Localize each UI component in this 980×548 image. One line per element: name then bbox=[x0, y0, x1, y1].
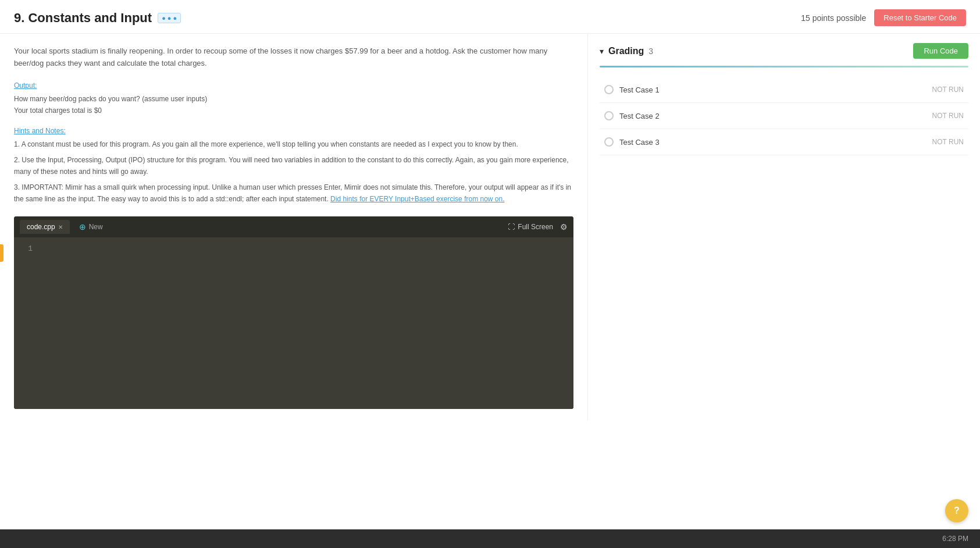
chevron-down-icon[interactable]: ▾ bbox=[600, 47, 604, 56]
help-button[interactable]: ? bbox=[945, 499, 968, 522]
test-case-2-status: NOT RUN bbox=[932, 112, 964, 120]
test-case-2-left: Test Case 2 bbox=[604, 111, 660, 120]
reset-starter-code-button[interactable]: Reset to Starter Code bbox=[874, 9, 966, 26]
output-line-1: How many beer/dog packs do you want? (as… bbox=[14, 93, 573, 105]
test-case-3-left: Test Case 3 bbox=[604, 137, 660, 147]
right-panel: ▾ Grading 3 Run Code Test Case 1 NOT RUN bbox=[587, 34, 980, 421]
test-case-3-icon bbox=[604, 137, 614, 147]
line-numbers: 1 bbox=[14, 237, 37, 409]
page-header: 9. Constants and Input ● ● ● 15 points p… bbox=[0, 0, 980, 34]
editor-body: 1 bbox=[14, 237, 573, 409]
test-case-3-status: NOT RUN bbox=[932, 138, 964, 146]
hint-link[interactable]: Did hints for EVERY Input+Based exercise… bbox=[330, 195, 504, 203]
page-container: 9. Constants and Input ● ● ● 15 points p… bbox=[0, 0, 980, 548]
hint-1: 1. A constant must be used for this prog… bbox=[14, 138, 573, 150]
line-number-1: 1 bbox=[20, 243, 33, 255]
fullscreen-button[interactable]: ⛶ Full Screen bbox=[508, 223, 553, 231]
main-content: Your local sports stadium is finally reo… bbox=[0, 34, 980, 421]
tab-new[interactable]: ⊕ New bbox=[72, 219, 110, 234]
output-text: How many beer/dog packs do you want? (as… bbox=[14, 93, 573, 117]
tab-plus-icon: ⊕ bbox=[79, 222, 86, 232]
tabs-left: code.cpp ✕ ⊕ New bbox=[20, 219, 110, 234]
test-case-2-label[interactable]: Test Case 2 bbox=[619, 112, 660, 120]
page-title-container: 9. Constants and Input ● ● ● bbox=[14, 10, 181, 26]
run-code-button[interactable]: Run Code bbox=[913, 43, 968, 59]
test-case-1-left: Test Case 1 bbox=[604, 85, 660, 94]
grading-title: Grading bbox=[608, 46, 644, 56]
left-edge-indicator bbox=[0, 244, 3, 262]
test-case-row: Test Case 2 NOT RUN bbox=[600, 103, 968, 129]
settings-button[interactable]: ⚙ bbox=[560, 222, 568, 232]
tab-code-cpp[interactable]: code.cpp ✕ bbox=[20, 220, 70, 234]
header-right: 15 points possible Reset to Starter Code bbox=[801, 9, 966, 26]
code-textarea[interactable] bbox=[37, 237, 573, 409]
editor-container: code.cpp ✕ ⊕ New ⛶ Full Screen bbox=[14, 216, 573, 409]
hints-block: Hints and Notes: 1. A constant must be u… bbox=[14, 127, 573, 205]
output-block: Output: How many beer/dog packs do you w… bbox=[14, 81, 573, 117]
title-badge: ● ● ● bbox=[158, 13, 181, 23]
test-case-row: Test Case 3 NOT RUN bbox=[600, 129, 968, 155]
help-icon: ? bbox=[954, 506, 960, 516]
problem-description: Your local sports stadium is finally reo… bbox=[14, 45, 573, 70]
fullscreen-icon: ⛶ bbox=[508, 223, 515, 231]
bottom-time: 6:28 PM bbox=[942, 535, 968, 543]
left-panel: Your local sports stadium is finally reo… bbox=[0, 34, 587, 421]
hint-2: 2. Use the Input, Processing, Output (IP… bbox=[14, 154, 573, 178]
output-line-2: Your total charges total is $0 bbox=[14, 105, 573, 116]
test-case-3-label[interactable]: Test Case 3 bbox=[619, 138, 660, 147]
tab-close-icon[interactable]: ✕ bbox=[58, 224, 63, 230]
bottom-bar: 6:28 PM bbox=[0, 529, 980, 548]
gear-icon: ⚙ bbox=[560, 222, 568, 232]
fullscreen-label: Full Screen bbox=[518, 223, 553, 231]
tab-code-cpp-label: code.cpp bbox=[27, 223, 55, 231]
output-label: Output: bbox=[14, 81, 573, 90]
grading-divider bbox=[600, 66, 968, 67]
grading-title-row: ▾ Grading 3 bbox=[600, 46, 653, 56]
test-cases-list: Test Case 1 NOT RUN Test Case 2 NOT RUN … bbox=[600, 77, 968, 155]
editor-tabs: code.cpp ✕ ⊕ New ⛶ Full Screen bbox=[14, 216, 573, 237]
test-case-1-status: NOT RUN bbox=[932, 86, 964, 94]
grading-header: ▾ Grading 3 Run Code bbox=[600, 43, 968, 59]
points-label: 15 points possible bbox=[801, 13, 866, 23]
test-case-row: Test Case 1 NOT RUN bbox=[600, 77, 968, 103]
hints-label: Hints and Notes: bbox=[14, 127, 573, 135]
tabs-right: ⛶ Full Screen ⚙ bbox=[508, 222, 568, 232]
grading-count: 3 bbox=[648, 47, 653, 56]
page-title: 9. Constants and Input bbox=[14, 10, 152, 26]
test-case-2-icon bbox=[604, 111, 614, 120]
hint-3: 3. IMPORTANT: Mimir has a small quirk wh… bbox=[14, 182, 573, 205]
tab-new-label: New bbox=[89, 223, 103, 231]
test-case-1-label[interactable]: Test Case 1 bbox=[619, 86, 660, 94]
test-case-1-icon bbox=[604, 85, 614, 94]
